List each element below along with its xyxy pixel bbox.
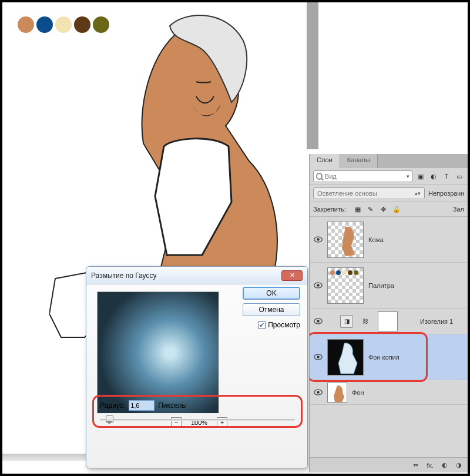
svg-point-14 [317,391,320,394]
dialog-close-button[interactable]: ✕ [281,270,303,281]
layer-thumbnail[interactable] [327,222,364,258]
layer-name[interactable]: Палитра [368,282,394,289]
close-icon: ✕ [290,271,295,279]
svg-point-6 [342,270,347,275]
fill-label: Зал [453,206,464,213]
check-icon: ✔ [259,321,264,329]
layer-thumbnail[interactable] [327,267,364,304]
layer-row[interactable]: Кожа [310,217,468,263]
lock-position-icon[interactable]: ✥ [379,205,388,214]
eye-icon [314,318,323,324]
new-adjustment-icon[interactable]: ◑ [456,461,462,469]
layer-name[interactable]: Фон [352,389,364,396]
cancel-button[interactable]: Отмена [243,303,300,316]
opacity-label: Непрозрачн [428,190,464,197]
filter-shape-icon[interactable]: ▭ [455,172,464,181]
layer-name[interactable]: Изогелия 1 [420,318,453,325]
dialog-title: Размытие по Гауссу [91,271,156,280]
svg-point-4 [330,270,335,275]
tab-layers[interactable]: Слои [310,154,340,168]
adjustment-icon[interactable]: ◨ [340,315,353,328]
eye-icon [314,236,323,243]
layer-filter-select[interactable]: ▾ [313,170,412,182]
svg-point-1 [317,238,320,241]
chevron-down-icon: ▾ [407,173,409,179]
add-mask-icon[interactable]: ◐ [442,461,448,469]
layer-row[interactable]: Фон [310,380,468,405]
layer-name[interactable]: Кожа [368,236,384,243]
layer-row-selected[interactable]: Фон копия [310,334,468,380]
swatch-1[interactable] [18,16,34,33]
visibility-toggle[interactable] [313,353,323,362]
filter-image-icon[interactable]: ▣ [416,172,425,181]
visibility-toggle[interactable] [313,388,323,397]
svg-point-12 [317,356,320,358]
search-icon [316,173,323,180]
svg-point-10 [317,320,320,323]
svg-point-8 [354,270,358,275]
preview-label: Просмотр [268,321,300,329]
lock-pixels-icon[interactable]: ▦ [353,205,362,214]
preview-checkbox[interactable]: ✔ [258,321,266,329]
radius-input[interactable] [129,400,155,411]
layer-filter-input[interactable] [325,173,404,180]
ok-button[interactable]: OK [243,287,300,300]
layer-name[interactable]: Фон копия [368,354,400,361]
layer-thumbnail[interactable] [327,383,347,403]
layer-row[interactable]: Палитра [310,263,468,309]
panel-tabs: Слои Каналы [310,154,468,168]
layer-thumbnail[interactable] [327,339,364,376]
radius-group-highlight: Радиус: Пикселы [92,395,303,428]
blend-mode-select[interactable]: Осветление основы ▴▾ [313,187,425,199]
layers-list: Кожа Палитра ◨ [310,217,468,452]
link-layers-icon[interactable]: ⇔ [413,461,418,469]
radius-label: Радиус: [100,401,125,410]
radius-unit: Пикселы [158,401,187,410]
visibility-toggle[interactable] [313,317,323,326]
canvas-pasteboard [307,2,318,149]
link-icon[interactable]: ⛓ [359,315,372,328]
slider-thumb[interactable] [106,415,112,425]
svg-point-3 [317,284,320,287]
layer-row[interactable]: ◨ ⛓ Изогелия 1 [310,309,468,334]
visibility-toggle[interactable] [313,281,323,290]
layers-panel: Слои Каналы ▾ ▣ ◐ T ▭ Осветление основы … [309,154,468,472]
fx-menu[interactable]: fx. [427,462,434,469]
lock-all-icon[interactable]: 🔒 [392,205,401,214]
up-down-icon: ▴▾ [415,190,421,196]
lock-brush-icon[interactable]: ✎ [366,205,375,214]
filter-type-icon[interactable]: T [442,172,451,181]
tab-channels[interactable]: Каналы [340,154,378,168]
eye-icon [314,282,323,289]
layer-mask-thumbnail[interactable] [378,311,398,331]
blend-mode-label: Осветление основы [317,190,377,197]
filter-adjust-icon[interactable]: ◐ [429,172,438,181]
visibility-toggle[interactable] [313,235,323,244]
layers-panel-footer: ⇔ fx. ◐ ◑ [310,457,468,472]
svg-point-7 [348,270,352,275]
slider-track [100,419,295,421]
gaussian-blur-dialog: Размытие по Гауссу ✕ − 100% + OK Отмена … [86,266,308,468]
svg-point-5 [336,270,341,275]
radius-slider[interactable] [100,415,295,424]
eye-icon [314,354,323,360]
lock-label: Закрепить: [313,206,346,213]
eye-icon [314,389,323,395]
